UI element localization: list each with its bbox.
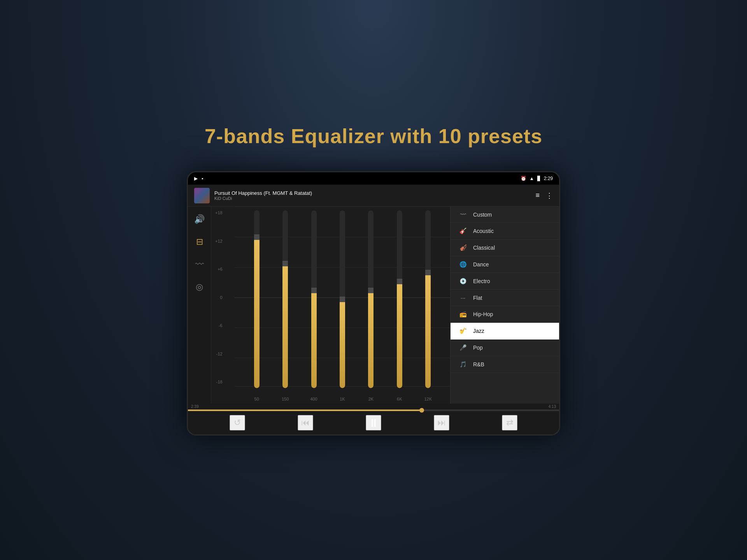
rnb-icon: 🎵 — [458, 361, 468, 368]
flat-icon: ··· — [458, 294, 468, 301]
band-2khz-handle[interactable] — [368, 288, 374, 293]
progress-thumb[interactable] — [419, 408, 424, 413]
preset-dropdown: 〰 Custom 🎸 Acoustic 🎻 Classical 🌐 Dance … — [450, 206, 559, 404]
band-6khz-fill — [397, 282, 402, 388]
waveform-icon[interactable]: 〰 — [195, 259, 204, 270]
band-150hz-handle[interactable] — [282, 261, 288, 266]
track-artist: KiD CuDi — [214, 196, 535, 201]
preset-custom-label: Custom — [473, 212, 492, 218]
custom-icon: 〰 — [458, 211, 468, 218]
preset-electro-label: Electro — [473, 278, 490, 284]
jazz-icon: 🎷 — [458, 327, 468, 334]
band-50hz[interactable] — [242, 210, 271, 388]
playlist-icon[interactable]: ≡ — [535, 191, 540, 200]
band-50hz-track[interactable] — [254, 210, 260, 388]
freq-1k: 1K — [328, 397, 356, 401]
media-icon: ▪ — [202, 176, 203, 181]
preset-flat[interactable]: ··· Flat — [451, 290, 559, 306]
now-playing-actions[interactable]: ≡ ⋮ — [535, 191, 553, 200]
preset-classical[interactable]: 🎻 Classical — [451, 240, 559, 256]
page-title: 7-bands Equalizer with 10 presets — [205, 124, 542, 148]
preset-classical-label: Classical — [473, 245, 495, 251]
band-150hz[interactable] — [271, 210, 299, 388]
wifi-icon: ▲ — [530, 176, 534, 181]
preset-hiphop-label: Hip-Hop — [473, 311, 493, 317]
band-1khz-track[interactable] — [340, 210, 345, 388]
prev-button[interactable]: ⏮ — [298, 415, 313, 430]
freq-50: 50 — [242, 397, 271, 401]
electro-icon: 💿 — [458, 278, 468, 285]
band-6khz-handle[interactable] — [397, 279, 402, 284]
band-2khz-fill — [368, 290, 374, 388]
band-6khz-track[interactable] — [397, 210, 402, 388]
band-2khz[interactable] — [357, 210, 385, 388]
time-labels: 2:39 4:13 — [188, 404, 559, 410]
band-1khz-fill — [340, 299, 345, 388]
next-button[interactable]: ⏭ — [434, 415, 449, 430]
classical-icon: 🎻 — [458, 244, 468, 251]
grid-label-0: 0 — [220, 295, 223, 300]
freq-12k: 12K — [414, 397, 442, 401]
preset-acoustic[interactable]: 🎸 Acoustic — [451, 223, 559, 240]
freq-6k: 6K — [385, 397, 414, 401]
total-time: 4:13 — [549, 404, 556, 409]
preset-pop[interactable]: 🎤 Pop — [451, 340, 559, 356]
virtualizer-icon[interactable]: ◎ — [196, 282, 203, 292]
grid-label-12n: -12 — [216, 352, 223, 356]
freq-2k: 2K — [357, 397, 385, 401]
battery-icon: ▊ — [537, 176, 541, 181]
band-400hz-fill — [311, 290, 317, 388]
band-6khz[interactable] — [385, 210, 414, 388]
preset-jazz-label: Jazz — [473, 328, 484, 334]
band-1khz[interactable] — [328, 210, 356, 388]
grid-label-18n: -18 — [216, 380, 223, 384]
current-time: 2:39 — [191, 404, 198, 409]
freq-labels: 50 150 400 1K 2K 6K 12K — [235, 397, 450, 401]
grid-line-1 — [235, 206, 450, 207]
band-1khz-handle[interactable] — [340, 297, 345, 302]
status-left: ▶ ▪ — [194, 176, 203, 181]
band-400hz-track[interactable] — [311, 210, 317, 388]
preset-dance[interactable]: 🌐 Dance — [451, 256, 559, 273]
grid-label-6p: +6 — [217, 267, 223, 271]
preset-rnb[interactable]: 🎵 R&B — [451, 356, 559, 373]
status-time: 2:29 — [544, 176, 553, 181]
preset-electro[interactable]: 💿 Electro — [451, 273, 559, 290]
pop-icon: 🎤 — [458, 344, 468, 351]
band-12khz[interactable] — [414, 210, 442, 388]
preset-hiphop[interactable]: 📻 Hip-Hop — [451, 306, 559, 323]
hiphop-icon: 📻 — [458, 311, 468, 318]
play-pause-button[interactable]: ⏸ — [366, 415, 381, 430]
now-playing-bar: Pursuit Of Happiness (Ft. MGMT & Ratatat… — [188, 185, 559, 206]
grid-label-6n: -6 — [219, 323, 223, 328]
band-12khz-fill — [425, 273, 431, 388]
band-50hz-handle[interactable] — [254, 234, 260, 240]
more-options-icon[interactable]: ⋮ — [546, 191, 553, 200]
band-400hz[interactable] — [300, 210, 328, 388]
speaker-icon[interactable]: 🔊 — [194, 214, 205, 224]
band-400hz-handle[interactable] — [311, 288, 317, 293]
preset-custom[interactable]: 〰 Custom — [451, 206, 559, 223]
grid-label-18p: +18 — [215, 210, 223, 215]
progress-fill — [188, 410, 422, 411]
eq-sliders-icon[interactable]: ⊟ — [196, 237, 203, 247]
preset-rnb-label: R&B — [473, 361, 484, 368]
alarm-icon: ⏰ — [521, 176, 526, 181]
freq-150: 150 — [271, 397, 299, 401]
equalizer-area: +18 +12 +6 0 -6 -12 -18 — [211, 206, 450, 404]
band-12khz-handle[interactable] — [425, 270, 431, 275]
grid-labels: +18 +12 +6 0 -6 -12 -18 — [215, 206, 223, 388]
shuffle-button[interactable]: ⇄ — [502, 415, 517, 430]
bands-container — [235, 210, 450, 388]
album-art — [194, 188, 210, 203]
progress-bar[interactable] — [188, 410, 559, 411]
left-sidebar: 🔊 ⊟ 〰 ◎ — [188, 206, 211, 404]
preset-jazz[interactable]: 🎷 Jazz — [451, 323, 559, 340]
status-bar: ▶ ▪ ⏰ ▲ ▊ 2:29 — [188, 172, 559, 185]
play-indicator-icon: ▶ — [194, 176, 198, 181]
band-2khz-track[interactable] — [368, 210, 374, 388]
band-150hz-track[interactable] — [282, 210, 288, 388]
repeat-button[interactable]: ↺ — [230, 415, 245, 430]
acoustic-icon: 🎸 — [458, 228, 468, 234]
band-12khz-track[interactable] — [425, 210, 431, 388]
